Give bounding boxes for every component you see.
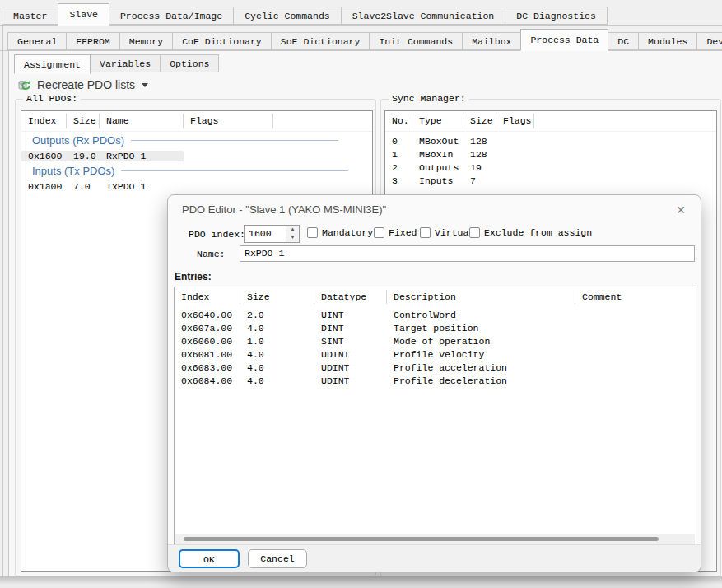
- group-row-outputs[interactable]: Outputs (Rx PDOs): [21, 132, 372, 149]
- tab-assignment[interactable]: Assignment: [14, 54, 91, 74]
- checkbox-fixed[interactable]: Fixed: [374, 227, 417, 238]
- tab-process-data[interactable]: Process Data: [520, 29, 608, 51]
- entry-row[interactable]: 0x607a.00 4.0 DINT Target position: [175, 321, 696, 334]
- pdo-row-0x1600[interactable]: 0x1600 19.0 RxPDO 1: [21, 149, 372, 162]
- cell-description: ControlWord: [387, 310, 575, 320]
- sm-row-3[interactable]: 3 Inputs 7: [385, 174, 716, 187]
- cell-index: 0x607a.00: [175, 323, 240, 334]
- tab-slave[interactable]: Slave: [58, 3, 109, 26]
- cell-no: 1: [385, 149, 412, 160]
- dialog-footer: OK Cancel: [168, 544, 701, 572]
- pdo-toolbar: Recreate PDO lists: [18, 76, 148, 94]
- checkbox-box[interactable]: [469, 227, 480, 238]
- tab-init-commands[interactable]: Init Commands: [369, 32, 463, 50]
- tab-dc-diagnostics[interactable]: DC Diagnostics: [505, 7, 608, 25]
- entry-row[interactable]: 0x6081.00 4.0 UDINT Profile velocity: [175, 348, 696, 361]
- checkbox-box[interactable]: [374, 227, 384, 238]
- tab-dc[interactable]: DC: [608, 32, 639, 50]
- entries-label: Entries:: [175, 271, 212, 282]
- cell-datatype: DINT: [314, 323, 387, 334]
- checkbox-virtual[interactable]: Virtual: [420, 227, 474, 238]
- tab-memory[interactable]: Memory: [119, 32, 173, 50]
- spinner-buttons: ▲ ▼: [286, 226, 299, 242]
- cell-datatype: UDINT: [314, 349, 387, 360]
- column-header-index[interactable]: Index: [175, 290, 240, 304]
- group-row-inputs[interactable]: Inputs (Tx PDOs): [21, 162, 372, 180]
- cell-index: 0x6040.00: [175, 310, 240, 320]
- column-header-no[interactable]: No.: [385, 114, 412, 128]
- entries-header: Index Size Datatype Description Comment: [175, 287, 696, 306]
- spinner-up-icon[interactable]: ▲: [286, 226, 299, 234]
- sm-row-2[interactable]: 2 Outputs 19: [385, 161, 716, 174]
- pdo-row-0x1a00[interactable]: 0x1a00 7.0 TxPDO 1: [21, 180, 372, 193]
- tab-process-data-image[interactable]: Process Data/Image: [109, 7, 234, 25]
- column-header-size[interactable]: Size: [67, 114, 100, 128]
- checkbox-mandatory[interactable]: Mandatory: [307, 227, 373, 238]
- app-window: Master Slave Process Data/Image Cyclic C…: [0, 0, 722, 588]
- tab-variables[interactable]: Variables: [90, 54, 161, 72]
- cancel-button[interactable]: Cancel: [248, 549, 307, 568]
- tab-cyclic-commands[interactable]: Cyclic Commands: [233, 7, 342, 25]
- pdo-index-value[interactable]: 1600: [245, 226, 286, 242]
- tab-options[interactable]: Options: [160, 54, 219, 72]
- cell-size: 4.0: [240, 362, 314, 373]
- cell-index: 0x6081.00: [175, 349, 240, 360]
- column-header-size[interactable]: Size: [463, 114, 496, 128]
- horizontal-scrollbar[interactable]: [175, 534, 695, 544]
- tab-soe-dictionary[interactable]: SoE Dictionary: [271, 32, 370, 50]
- spinner-down-icon[interactable]: ▼: [286, 234, 299, 242]
- page-border-line: [2, 24, 3, 588]
- column-header-spacer: [534, 114, 716, 128]
- pdo-index-row: PDO index: 0x 1600 ▲ ▼ Mandatory Fixed V…: [168, 225, 701, 245]
- cell-size: 1.0: [240, 336, 314, 347]
- cell-size: 7: [463, 175, 496, 186]
- entry-row[interactable]: 0x6040.00 2.0 UINT ControlWord: [175, 308, 696, 321]
- dialog-title: PDO Editor - "Slave 1 (YAKO MS-MINI3E)": [182, 203, 386, 216]
- tab-device-specific[interactable]: Device Specific: [696, 32, 722, 50]
- tab-mailbox[interactable]: Mailbox: [462, 32, 521, 50]
- close-icon[interactable]: ✕: [673, 202, 689, 218]
- column-header-size[interactable]: Size: [240, 290, 314, 304]
- sm-row-0[interactable]: 0 MBoxOut 128: [385, 134, 716, 147]
- cell-datatype: SINT: [314, 336, 387, 347]
- column-header-description[interactable]: Description: [387, 290, 575, 304]
- entry-row[interactable]: 0x6060.00 1.0 SINT Mode of operation: [175, 334, 696, 348]
- checkbox-label: Mandatory: [322, 227, 373, 238]
- entry-row[interactable]: 0x6083.00 4.0 UDINT Profile acceleration: [175, 361, 696, 374]
- cell-no: 0: [385, 136, 412, 147]
- dropdown-caret-icon[interactable]: [142, 83, 148, 87]
- pdo-editor-dialog: PDO Editor - "Slave 1 (YAKO MS-MINI3E)" …: [167, 194, 701, 572]
- cell-no: 2: [385, 162, 412, 173]
- cell-description: Mode of operation: [387, 336, 575, 347]
- scrollbar-thumb[interactable]: [184, 537, 659, 541]
- column-header-flags[interactable]: Flags: [184, 114, 273, 128]
- tab-eeprom[interactable]: EEPROM: [66, 32, 119, 50]
- recreate-pdo-lists-button[interactable]: Recreate PDO lists: [37, 78, 135, 91]
- entry-row[interactable]: 0x6084.00 4.0 UDINT Profile deceleration: [175, 374, 696, 387]
- tab-coe-dictionary[interactable]: CoE Dictionary: [172, 32, 272, 50]
- ok-button[interactable]: OK: [179, 549, 240, 568]
- entries-list[interactable]: Index Size Datatype Description Comment …: [174, 287, 696, 546]
- tab-modules[interactable]: Modules: [638, 32, 697, 50]
- column-header-datatype[interactable]: Datatype: [314, 290, 387, 304]
- column-header-comment[interactable]: Comment: [575, 290, 696, 304]
- checkbox-exclude-from-assign[interactable]: Exclude from assign: [469, 227, 592, 238]
- checkbox-box[interactable]: [420, 227, 431, 238]
- tab-general[interactable]: General: [7, 32, 67, 50]
- cell-size: 4.0: [240, 349, 314, 360]
- checkbox-box[interactable]: [307, 227, 318, 238]
- pdo-index-spinner[interactable]: 1600 ▲ ▼: [244, 225, 300, 243]
- cell-description: Profile velocity: [387, 349, 575, 360]
- checkbox-label: Exclude from assign: [484, 227, 592, 238]
- column-header-type[interactable]: Type: [412, 114, 463, 128]
- tab-slave2slave-communication[interactable]: Slave2Slave Communication: [341, 7, 506, 25]
- column-header-flags[interactable]: Flags: [496, 114, 534, 128]
- cell-datatype: UDINT: [314, 376, 387, 386]
- tab-master[interactable]: Master: [2, 7, 58, 25]
- cell-name: RxPDO 1: [100, 151, 184, 161]
- column-header-name[interactable]: Name: [100, 114, 184, 128]
- recreate-refresh-icon: [18, 78, 32, 91]
- column-header-index[interactable]: Index: [21, 114, 67, 128]
- name-input[interactable]: RxPDO 1: [240, 245, 695, 262]
- sm-row-1[interactable]: 1 MBoxIn 128: [385, 147, 716, 161]
